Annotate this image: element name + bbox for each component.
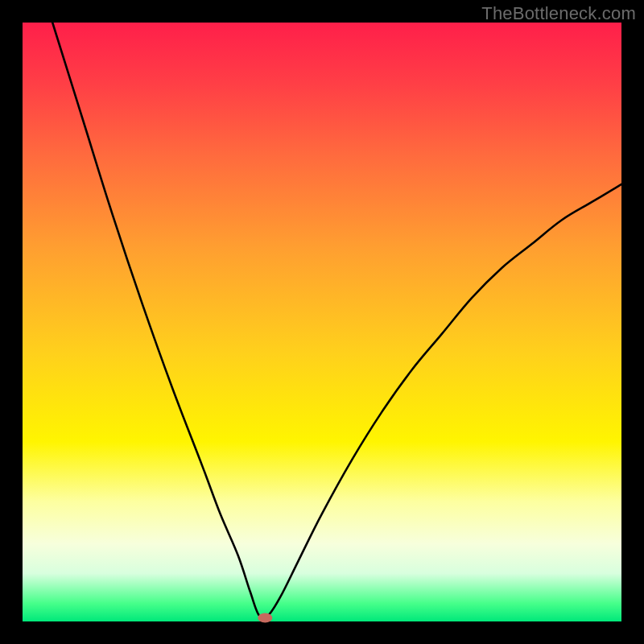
curve-svg <box>23 23 621 621</box>
watermark-text: TheBottleneck.com <box>481 3 636 24</box>
plot-area <box>23 23 621 621</box>
minimum-marker <box>258 613 272 623</box>
bottleneck-curve <box>52 23 621 618</box>
chart-frame: TheBottleneck.com <box>0 0 644 644</box>
